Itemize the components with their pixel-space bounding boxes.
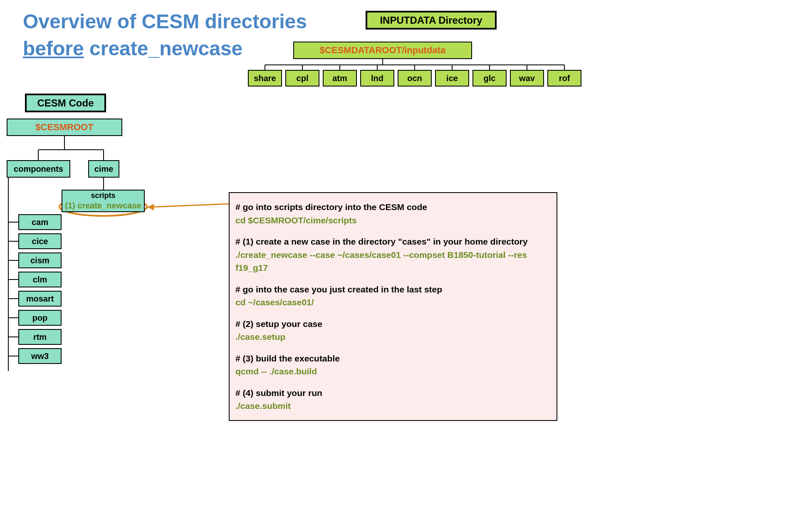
inputdata-root: $CESMDATAROOT/inputdata: [293, 42, 472, 59]
scripts-box: scripts (1) create_newcase: [62, 190, 145, 212]
inputdata-child: ice: [435, 70, 469, 87]
component-item: rtm: [18, 329, 62, 345]
inputdata-child: atm: [323, 70, 357, 87]
code-comment: # (3) build the executable: [235, 352, 551, 365]
component-item: cism: [18, 252, 62, 268]
component-item: cice: [18, 233, 62, 249]
title-post: create_newcase: [84, 37, 243, 59]
code-cmd: ./case.submit: [235, 399, 551, 413]
scripts-sub: (1) create_newcase: [65, 200, 141, 210]
code-block: # (4) submit your run ./case.submit: [235, 386, 551, 413]
title-underline: before: [23, 37, 84, 59]
code-panel: # go into scripts directory into the CES…: [229, 192, 557, 421]
component-item: mosart: [18, 291, 62, 307]
code-block: # (3) build the executable qcmd -- ./cas…: [235, 352, 551, 378]
code-comment: # (1) create a new case in the directory…: [235, 235, 551, 248]
component-list: cam cice cism clm mosart pop rtm ww3: [18, 214, 62, 364]
inputdata-child: lnd: [360, 70, 394, 87]
component-item: ww3: [18, 348, 62, 364]
inputdata-child: ocn: [398, 70, 432, 87]
code-cmd: cd ~/cases/case01/: [235, 296, 551, 309]
code-comment: # (4) submit your run: [235, 386, 551, 400]
scripts-label: scripts: [91, 191, 115, 200]
component-item: cam: [18, 214, 62, 230]
inputdata-children: share cpl atm lnd ocn ice glc wav rof: [248, 70, 581, 87]
code-block: # go into the case you just created in t…: [235, 283, 551, 309]
inputdata-label: INPUTDATA Directory: [366, 11, 497, 30]
inputdata-child: rof: [547, 70, 581, 87]
component-item: clm: [18, 272, 62, 287]
code-cmd: ./case.setup: [235, 330, 551, 344]
code-block: # (1) create a new case in the directory…: [235, 235, 551, 275]
code-comment: # go into scripts directory into the CES…: [235, 200, 551, 214]
inputdata-child: cpl: [285, 70, 319, 87]
svg-marker-27: [148, 204, 154, 210]
code-block: # go into scripts directory into the CES…: [235, 200, 551, 227]
code-cmd: cd $CESMROOT/cime/scripts: [235, 214, 551, 227]
cesm-code-label: CESM Code: [25, 94, 106, 112]
inputdata-child: share: [248, 70, 282, 87]
code-cmd: ./create_newcase --case ~/cases/case01 -…: [235, 248, 551, 275]
svg-line-26: [148, 204, 229, 207]
component-item: pop: [18, 310, 62, 326]
inputdata-child: glc: [472, 70, 507, 87]
code-block: # (2) setup your case ./case.setup: [235, 317, 551, 344]
cesm-root: $CESMROOT: [7, 119, 122, 136]
title-line1: Overview of CESM directories: [23, 10, 307, 32]
cime-box: cime: [88, 160, 119, 178]
code-cmd: qcmd -- ./case.build: [235, 365, 551, 378]
components-box: components: [7, 160, 70, 178]
code-comment: # (2) setup your case: [235, 317, 551, 331]
inputdata-child: wav: [510, 70, 544, 87]
code-comment: # go into the case you just created in t…: [235, 283, 551, 296]
page-title: Overview of CESM directories before crea…: [23, 8, 307, 62]
